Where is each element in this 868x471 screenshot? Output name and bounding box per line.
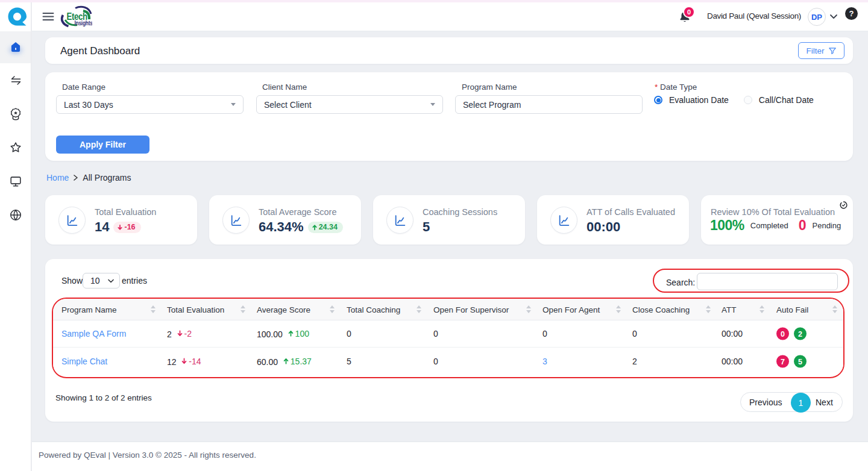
svg-text:Insights: Insights xyxy=(75,20,93,27)
